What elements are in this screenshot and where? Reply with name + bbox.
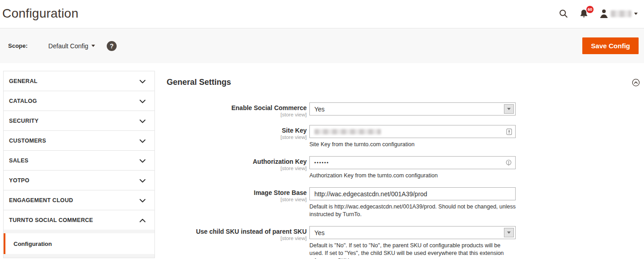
user-avatar-icon: [600, 9, 608, 18]
sidebar-item-label: SECURITY: [9, 118, 39, 124]
select-value: Yes: [314, 106, 325, 113]
chevron-down-icon: [140, 97, 145, 105]
section-head: General Settings: [167, 78, 640, 87]
image-store-base-input[interactable]: http://wac.edgecastcdn.net/001A39/prod: [309, 187, 516, 200]
field-scope-hint: [store view]: [167, 197, 307, 202]
turnto-submenu: Configuration: [3, 230, 155, 254]
field-scope-hint: [store view]: [167, 166, 307, 171]
field-scope-hint: [store view]: [167, 112, 307, 117]
password-manager-icon[interactable]: [506, 128, 512, 135]
save-config-button[interactable]: Save Config: [582, 37, 639, 54]
chevron-down-icon: [140, 137, 145, 145]
field-label: Image Store Base: [167, 190, 307, 196]
password-dots: ••••••: [314, 160, 329, 165]
field-label: Authorization Key: [167, 158, 307, 165]
field-label: Enable Social Commerce: [167, 105, 307, 111]
sidebar-item-general[interactable]: GENERAL: [3, 71, 155, 91]
field-label: Site Key: [167, 127, 307, 134]
field-scope-hint: [store view]: [167, 236, 307, 241]
sidebar-item-sales[interactable]: SALES: [3, 150, 155, 170]
sidebar-next-section-strip: [3, 254, 155, 258]
notifications-bell-icon[interactable]: 60: [580, 9, 588, 18]
settings-fields: Enable Social Commerce [store view] Yes …: [167, 102, 640, 259]
chevron-down-icon: [140, 157, 145, 165]
sidebar-item-label: CUSTOMERS: [9, 138, 46, 144]
user-menu[interactable]: [600, 9, 638, 18]
field-enable-social-commerce: Enable Social Commerce [store view] Yes: [167, 102, 640, 117]
chevron-up-icon: [140, 216, 145, 224]
sidebar-item-security[interactable]: SECURITY: [3, 111, 155, 130]
select-arrow: [504, 228, 514, 237]
select-arrow: [504, 104, 514, 114]
sidebar-item-engagement-cloud[interactable]: ENGAGEMENT CLOUD: [3, 190, 155, 210]
field-use-child-sku: Use child SKU instead of parent SKU [sto…: [167, 226, 640, 259]
sidebar-item-yotpo[interactable]: YOTPO: [3, 170, 155, 190]
enable-social-commerce-select[interactable]: Yes: [309, 102, 516, 116]
site-key-redacted-value: [314, 129, 381, 134]
field-scope-hint: [store view]: [167, 134, 307, 140]
user-name-redacted: [611, 10, 631, 17]
config-nav: GENERAL CATALOG SECURITY CUSTOMERS SALES…: [3, 71, 155, 258]
config-main: General Settings Enable Social Commerce …: [167, 71, 644, 259]
field-comment: Authorization Key from the turnto.com co…: [309, 172, 516, 180]
chevron-down-icon: [140, 77, 145, 85]
select-value: Yes: [314, 229, 325, 236]
field-comment: Default is "No". If set to "No", the par…: [309, 242, 516, 259]
search-icon[interactable]: [559, 9, 568, 18]
key-icon[interactable]: [505, 159, 512, 166]
field-image-store-base: Image Store Base [store view] http://wac…: [167, 187, 640, 218]
field-site-key: Site Key [store view] Site Key from the …: [167, 125, 640, 148]
sidebar-item-label: ENGAGEMENT CLOUD: [9, 197, 73, 204]
scope-label: Scope:: [8, 42, 27, 49]
chevron-down-icon: [140, 117, 145, 125]
sidebar-item-label: YOTPO: [9, 177, 29, 184]
page-header: Configuration 60: [0, 0, 644, 28]
sidebar-item-label: SALES: [9, 157, 28, 164]
content: GENERAL CATALOG SECURITY CUSTOMERS SALES…: [0, 71, 644, 259]
chevron-down-icon: [140, 176, 145, 185]
sidebar-item-turnto-social-commerce[interactable]: TURNTO SOCIAL COMMERCE: [3, 210, 155, 230]
scope-value: Default Config: [48, 42, 88, 50]
sidebar-item-label: CATALOG: [9, 98, 37, 104]
chevron-down-icon: [140, 196, 145, 204]
sidebar-item-customers[interactable]: CUSTOMERS: [3, 130, 155, 150]
section-title: General Settings: [167, 78, 231, 87]
page-title: Configuration: [2, 6, 78, 21]
field-label: Use child SKU instead of parent SKU: [167, 228, 307, 235]
sidebar-subitem-configuration[interactable]: Configuration: [4, 233, 154, 254]
use-child-sku-select[interactable]: Yes: [309, 226, 516, 239]
chevron-down-icon: [634, 13, 638, 15]
page-actions-bar: Scope: Default Config ? Save Config: [0, 28, 644, 63]
sidebar-item-label: TURNTO SOCIAL COMMERCE: [9, 217, 93, 223]
site-key-input[interactable]: [309, 125, 516, 138]
help-icon[interactable]: ?: [107, 41, 117, 51]
scope-area: Scope: Default Config ?: [8, 41, 117, 51]
field-comment: Site Key from the turnto.com configurati…: [309, 141, 516, 148]
chevron-down-icon: [91, 45, 95, 47]
notifications-count-badge: 60: [586, 6, 594, 13]
input-value: http://wac.edgecastcdn.net/001A39/prod: [314, 190, 427, 198]
header-actions: 60: [559, 9, 638, 18]
authorization-key-input[interactable]: ••••••: [309, 156, 516, 169]
sidebar-item-label: GENERAL: [9, 78, 37, 84]
field-comment: Default is http://wac.edgecastcdn.net/00…: [309, 203, 516, 218]
collapse-section-icon[interactable]: [632, 79, 640, 87]
sidebar-item-catalog[interactable]: CATALOG: [3, 91, 155, 111]
field-authorization-key: Authorization Key [store view] •••••• Au…: [167, 156, 640, 180]
scope-switcher[interactable]: Default Config: [48, 42, 95, 50]
